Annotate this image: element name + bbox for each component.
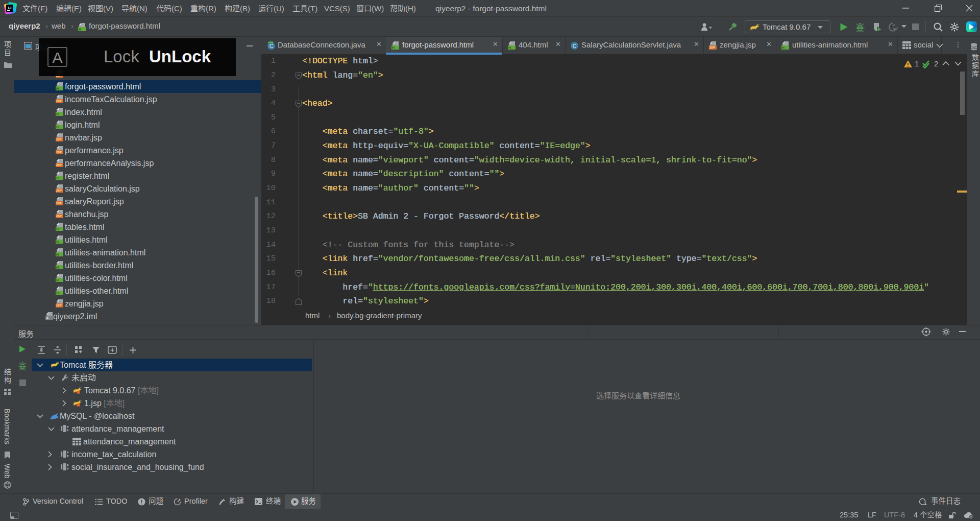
svg-text:H: H xyxy=(79,28,81,31)
svg-text:C: C xyxy=(270,43,274,49)
svg-text:H: H xyxy=(56,125,59,128)
svg-text:H: H xyxy=(56,227,59,230)
svg-text:JSP: JSP xyxy=(709,46,715,49)
svg-text:H: H xyxy=(56,176,59,179)
svg-text:JSP: JSP xyxy=(56,304,62,307)
svg-text:JSP: JSP xyxy=(56,202,62,205)
svg-text:C: C xyxy=(573,43,577,49)
svg-text:JSP: JSP xyxy=(56,151,62,154)
svg-text:H: H xyxy=(56,265,59,269)
svg-text:H: H xyxy=(392,46,395,50)
svg-text:H: H xyxy=(56,252,59,256)
svg-text:H: H xyxy=(508,46,511,50)
svg-text:H: H xyxy=(56,86,59,90)
svg-text:JSP: JSP xyxy=(56,163,62,167)
svg-text:H: H xyxy=(56,240,59,243)
svg-text:JSP: JSP xyxy=(56,138,62,141)
svg-text:H: H xyxy=(782,46,785,50)
svg-text:H: H xyxy=(56,278,59,281)
svg-text:JSP: JSP xyxy=(56,215,62,218)
svg-text:H: H xyxy=(56,291,59,294)
svg-text:JSP: JSP xyxy=(56,100,62,103)
svg-text:JSP: JSP xyxy=(56,189,62,192)
svg-text:H: H xyxy=(56,112,59,115)
